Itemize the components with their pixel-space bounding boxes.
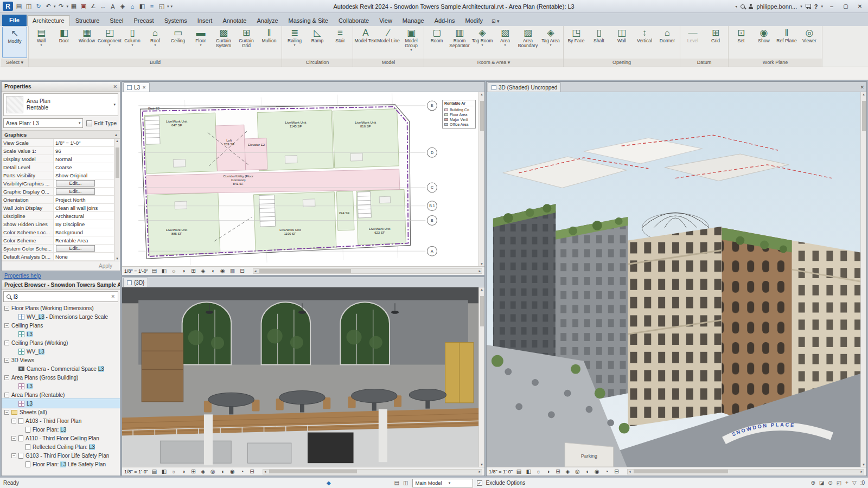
edit-button[interactable]: Edit... (56, 245, 95, 252)
apply-button[interactable]: Apply (99, 263, 112, 269)
shadows-icon[interactable]: ◑ (545, 468, 552, 476)
tree-expander-icon[interactable]: − (4, 375, 9, 380)
drag-on-selection-icon[interactable]: + (845, 480, 848, 486)
curtain-grid-button[interactable]: ⊞Curtain Grid (235, 27, 258, 58)
viewer-button[interactable]: ◎Viewer (798, 27, 821, 58)
scroll-thumb[interactable] (269, 470, 356, 473)
floor-button[interactable]: ▬Floor▾ (189, 27, 212, 58)
ribbon-group-label-datum[interactable]: Datum (680, 59, 728, 67)
ribbon-tab-steel[interactable]: Steel (105, 16, 128, 26)
show-button[interactable]: ◉Show (752, 27, 775, 58)
clear-search-icon[interactable]: ✕ (111, 294, 115, 299)
tree-item[interactable]: −A110 - Third Floor Ceiling Plan (2, 434, 120, 442)
default-3d-view-icon[interactable]: ⌂ (128, 2, 137, 11)
scroll-thumb[interactable] (862, 101, 866, 131)
model-group-button[interactable]: ▣Model Group▾ (400, 27, 423, 58)
redo-caret-icon[interactable]: ▾ (67, 4, 69, 9)
ribbon-group-label-build[interactable]: Build (29, 59, 282, 67)
temporary-hide-isolate-icon[interactable]: ◖ (219, 468, 226, 476)
select-panel-label[interactable]: Select ▾ (1, 59, 28, 67)
tree-item[interactable]: −3D Views (2, 356, 120, 364)
view-scale-button[interactable]: 1/8" = 1'-0" (124, 268, 148, 274)
scroll-right-icon[interactable]: ▸ (477, 269, 482, 273)
scroll-up-icon[interactable]: ▴ (481, 92, 483, 97)
by-face-button[interactable]: ◳By Face (565, 27, 588, 58)
revit-logo[interactable]: R (3, 2, 13, 11)
column-button[interactable]: ▯Column▾ (121, 27, 144, 58)
ribbon-tab-manage[interactable]: Manage (398, 16, 429, 26)
switch-windows-caret-icon[interactable]: ▾ (167, 4, 169, 9)
stair-button[interactable]: ≡Stair (329, 27, 352, 58)
property-value[interactable]: Normal (54, 156, 114, 162)
scroll-up-icon[interactable]: ▴ (481, 287, 483, 292)
switch-windows-icon[interactable]: ◱ (157, 2, 166, 11)
tag-by-category-icon[interactable]: ◈ (118, 2, 127, 11)
ribbon-group-label-room-area[interactable]: Room & Area ▾ (424, 59, 563, 67)
minimize-button[interactable]: – (826, 3, 837, 9)
scroll-right-icon[interactable]: ▸ (477, 470, 482, 474)
project-browser-title[interactable]: Project Browser - Snowdon Towers Sample … (2, 280, 120, 290)
set-button[interactable]: ⊡Set (730, 27, 752, 58)
3d-interior-view[interactable] (122, 287, 484, 467)
properties-help-link[interactable]: Properties help (1, 271, 120, 280)
collapse-section-icon[interactable]: ▴ (115, 132, 117, 137)
view-scale-button[interactable]: 1/8" = 1'-0" (489, 469, 513, 474)
vertical-scrollbar[interactable]: ▴▾ (860, 92, 866, 467)
ribbon-tab-analyze[interactable]: Analyze (252, 16, 283, 26)
window-button[interactable]: ▦Window (75, 27, 98, 58)
shaft-button[interactable]: ▯Shaft (588, 27, 610, 58)
property-value[interactable]: Coarse (54, 164, 114, 170)
vertical-button[interactable]: ↕Vertical (633, 27, 656, 58)
worksharing-display-icon[interactable]: ▥ (229, 267, 236, 275)
temporary-hide-isolate-icon[interactable]: ◖ (209, 267, 216, 275)
tree-item[interactable]: L3 (2, 330, 120, 338)
scroll-thumb[interactable] (480, 101, 484, 131)
scroll-down-icon[interactable]: ▾ (863, 463, 865, 467)
scroll-thumb[interactable] (634, 470, 728, 473)
view-tab-3d[interactable]: {3D} (123, 278, 148, 287)
ref-plane-button[interactable]: ‖Ref Plane (775, 27, 798, 58)
tree-item[interactable]: Camera - Commercial Space L3 (2, 364, 120, 373)
detail-level-icon[interactable]: ▤ (151, 468, 158, 476)
analysis-display-icon[interactable]: ◔ (239, 468, 246, 476)
property-value[interactable]: 96 (54, 148, 114, 154)
cart-icon[interactable] (806, 4, 811, 8)
show-crop-region-icon[interactable]: ◈ (200, 468, 207, 476)
tree-item[interactable]: WV_L3 - Dimensions Large Scale (2, 312, 120, 321)
tree-expander-icon[interactable]: − (4, 358, 9, 363)
tree-item[interactable]: WV_L3 (2, 347, 120, 356)
reveal-hidden-elements-icon[interactable]: ◉ (229, 468, 236, 476)
notification-icon[interactable]: ◆ (327, 480, 331, 486)
ribbon-tab-view[interactable]: View (374, 16, 397, 26)
scroll-down-icon[interactable]: ▾ (116, 256, 118, 261)
redo-icon[interactable]: ↷ (57, 2, 66, 11)
property-value[interactable]: 1/8" = 1'-0" (54, 140, 114, 146)
ribbon-tab-annotate[interactable]: Annotate (218, 16, 251, 26)
tree-item[interactable]: L3 (2, 399, 120, 408)
maximize-button[interactable]: ▢ (840, 3, 851, 9)
area-boundary-button[interactable]: ▨Area Boundary (516, 27, 539, 58)
tag-room-button[interactable]: ◈Tag Room▾ (471, 27, 494, 58)
ceiling-button[interactable]: ▭Ceiling (167, 27, 189, 58)
roof-button[interactable]: ⌂Roof▾ (144, 27, 167, 58)
help-icon[interactable]: ? (814, 3, 818, 10)
browser-search-input[interactable] (14, 294, 108, 300)
tree-item[interactable]: −Floor Plans (Working Dimensions) (2, 304, 120, 312)
property-value[interactable]: Rentable Area (54, 237, 114, 243)
design-options-icon[interactable]: ◫ (403, 480, 408, 486)
select-links-icon[interactable]: ⊕ (810, 480, 815, 486)
view-tab-3d-shaded[interactable]: 3D (Shaded) Uncropped (488, 82, 561, 92)
tree-item[interactable]: Reflected Ceiling Plan: L3 (2, 442, 120, 451)
edit-type-button[interactable]: Edit Type (85, 118, 118, 128)
scroll-down-icon[interactable]: ▾ (481, 262, 483, 266)
wall-button[interactable]: ▤Wall▾ (30, 27, 53, 58)
type-selector-caret-icon[interactable]: ▾ (113, 102, 116, 107)
tree-item[interactable]: Floor Plan: L3 Life Safety Plan (2, 460, 120, 468)
3d-interior-canvas[interactable]: ▴▾ (122, 287, 484, 467)
select-by-face-icon[interactable]: ◰ (837, 480, 841, 486)
ribbon-tab-massing-site[interactable]: Massing & Site (284, 16, 333, 26)
area-button[interactable]: ▧Area▾ (494, 27, 516, 58)
reveal-hidden-elements-icon[interactable]: ◉ (219, 267, 226, 275)
worksets-icon[interactable]: ▤ (394, 480, 399, 486)
dormer-button[interactable]: ⌂Dormer (656, 27, 679, 58)
